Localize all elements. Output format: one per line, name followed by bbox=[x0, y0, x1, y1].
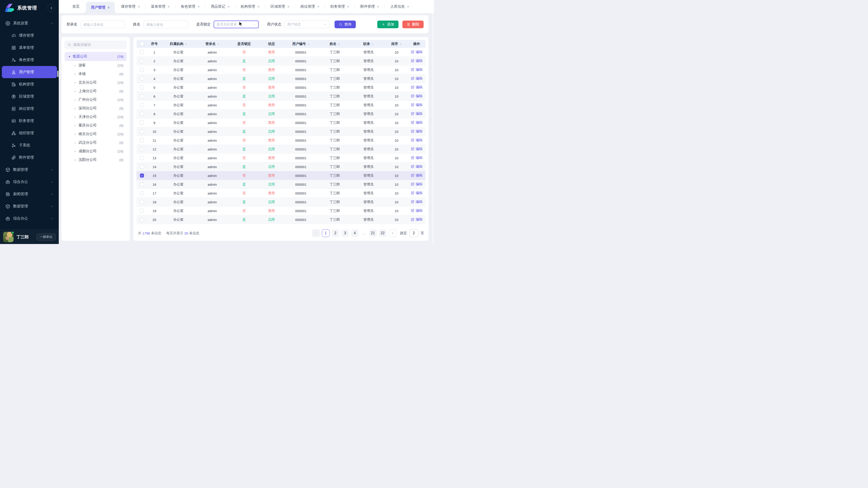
tab-close-icon[interactable]: × bbox=[168, 5, 170, 8]
tree-node-沈阳分公司[interactable]: ▹沈阳分公司(8) bbox=[65, 156, 127, 164]
row-checkbox[interactable] bbox=[140, 165, 144, 169]
table-row[interactable]: 20办公室admin是启用000001丁三郎管理员10编辑 bbox=[136, 215, 426, 224]
tab-菜单管理[interactable]: 菜单管理× bbox=[146, 0, 175, 13]
tab-首页[interactable]: 首页 bbox=[67, 0, 85, 13]
sidebar-group-系统设置[interactable]: 系统设置 bbox=[2, 17, 57, 29]
table-row[interactable]: 10办公室admin是启用000001丁三郎管理员10编辑 bbox=[136, 127, 426, 136]
tab-close-icon[interactable]: × bbox=[287, 5, 289, 8]
edit-button[interactable]: 编辑 bbox=[411, 111, 423, 116]
edit-button[interactable]: 编辑 bbox=[411, 103, 423, 107]
edit-button[interactable]: 编辑 bbox=[411, 173, 423, 177]
sidebar-item-子系统[interactable]: 子系统 bbox=[2, 139, 57, 151]
edit-button[interactable]: 编辑 bbox=[411, 138, 423, 142]
tree-node-南京分公司[interactable]: ▹南京分公司(29) bbox=[65, 130, 127, 138]
edit-button[interactable]: 编辑 bbox=[411, 59, 423, 63]
edit-button[interactable]: 编辑 bbox=[411, 68, 423, 72]
avatar[interactable] bbox=[3, 232, 13, 242]
tree-node-重庆分公司[interactable]: ▹重庆分公司(8) bbox=[65, 121, 127, 130]
tab-close-icon[interactable]: × bbox=[197, 5, 199, 8]
table-row[interactable]: 7办公室admin否禁用000001丁三郎管理员10编辑 bbox=[136, 101, 426, 109]
row-checkbox[interactable] bbox=[140, 103, 144, 107]
table-row[interactable]: 11办公室admin否禁用000001丁三郎管理员10编辑 bbox=[136, 136, 426, 145]
tab-close-icon[interactable]: × bbox=[257, 5, 259, 8]
edit-button[interactable]: 编辑 bbox=[411, 208, 423, 213]
filter-select-用户状态[interactable]: 用户状态 bbox=[284, 21, 330, 28]
sidebar-group-数据管理[interactable]: 数据管理 bbox=[2, 164, 57, 176]
select-all-checkbox[interactable] bbox=[140, 42, 144, 46]
page-button-4[interactable]: 4 bbox=[351, 229, 359, 237]
table-row[interactable]: 18办公室admin是启用000001丁三郎管理员10编辑 bbox=[136, 198, 426, 206]
column-header-职务[interactable]: 职务↑↓ bbox=[352, 42, 385, 46]
tree-node-上海分公司[interactable]: ▹上海分公司(8) bbox=[65, 87, 127, 95]
page-button-21[interactable]: 21 bbox=[369, 229, 377, 237]
prev-page-button[interactable] bbox=[312, 229, 320, 237]
row-checkbox[interactable] bbox=[140, 121, 144, 125]
row-checkbox[interactable] bbox=[140, 94, 144, 98]
sort-icon[interactable]: ↑↓ bbox=[399, 42, 402, 45]
tree-node-游客[interactable]: ▹游客(29) bbox=[65, 61, 127, 70]
sidebar-group-数据管理[interactable]: 数据管理 bbox=[2, 200, 57, 213]
tab-职务管理[interactable]: 职务管理× bbox=[325, 0, 355, 13]
sort-icon[interactable]: ↑↓ bbox=[217, 42, 219, 45]
edit-button[interactable]: 编辑 bbox=[411, 94, 423, 98]
edit-button[interactable]: 编辑 bbox=[411, 76, 423, 80]
edit-button[interactable]: 编辑 bbox=[411, 182, 423, 186]
sort-icon[interactable]: ↑↓ bbox=[338, 42, 340, 45]
table-row[interactable]: 13办公室admin否禁用000001丁三郎管理员10编辑 bbox=[136, 154, 426, 162]
row-checkbox[interactable]: ✓ bbox=[140, 173, 144, 177]
page-button-3[interactable]: 3 bbox=[341, 229, 349, 237]
table-row[interactable]: 16办公室admin是启用000001丁三郎管理员10编辑 bbox=[136, 180, 426, 189]
tree-search-input[interactable] bbox=[73, 43, 124, 47]
table-row[interactable]: 5办公室admin否禁用000001丁三郎管理员10编辑 bbox=[136, 83, 426, 92]
edit-button[interactable]: 编辑 bbox=[411, 156, 423, 160]
table-row[interactable]: 12办公室admin是启用000001丁三郎管理员10编辑 bbox=[136, 145, 426, 154]
page-button-1[interactable]: 1 bbox=[322, 229, 330, 237]
tree-node-root[interactable]: ▾ 集团公司 (79) bbox=[65, 52, 127, 61]
tree-node-天津分公司[interactable]: ▹天津分公司(29) bbox=[65, 112, 127, 121]
tree-node-本级[interactable]: ▹本级(8) bbox=[65, 70, 127, 78]
sidebar-item-职务管理[interactable]: 职务管理 bbox=[2, 115, 57, 127]
tab-close-icon[interactable]: × bbox=[377, 5, 379, 8]
tab-岗位管理[interactable]: 岗位管理× bbox=[295, 0, 324, 13]
table-row[interactable]: 19办公室admin否禁用000001丁三郎管理员10编辑 bbox=[136, 206, 426, 215]
row-checkbox[interactable] bbox=[140, 68, 144, 72]
edit-button[interactable]: 编辑 bbox=[411, 217, 423, 222]
filter-input-姓名[interactable] bbox=[143, 21, 188, 28]
tab-缓存管理[interactable]: 缓存管理× bbox=[116, 0, 145, 13]
page-jump-input[interactable] bbox=[409, 229, 418, 237]
edit-button[interactable]: 编辑 bbox=[411, 129, 423, 133]
table-row[interactable]: 6办公室admin是启用000001丁三郎管理员10编辑 bbox=[136, 92, 426, 101]
tab-close-icon[interactable]: × bbox=[317, 5, 319, 8]
row-checkbox[interactable] bbox=[140, 129, 144, 133]
edit-button[interactable]: 编辑 bbox=[411, 191, 423, 195]
edit-button[interactable]: 编辑 bbox=[411, 50, 423, 54]
sidebar-item-用户管理[interactable]: 用户管理 bbox=[2, 66, 57, 78]
sidebar-group-综合办公[interactable]: 综合办公 bbox=[2, 176, 57, 188]
edit-button[interactable]: 编辑 bbox=[411, 121, 423, 125]
sidebar-item-菜单管理[interactable]: 菜单管理 bbox=[2, 41, 57, 54]
table-row[interactable]: 4办公室admin是启用000001丁三郎管理员10编辑 bbox=[136, 74, 426, 83]
tab-机构管理[interactable]: 机构管理× bbox=[235, 0, 265, 13]
tab-用户管理[interactable]: 用户管理× bbox=[86, 2, 115, 13]
edit-button[interactable]: 编辑 bbox=[411, 85, 423, 90]
row-checkbox[interactable] bbox=[140, 200, 144, 204]
delete-button[interactable]: 删除 bbox=[402, 21, 424, 28]
filter-select-是否锁定[interactable]: 是否允许登录 bbox=[214, 21, 259, 28]
sidebar-group-新闻管理[interactable]: 新闻管理 bbox=[2, 188, 57, 200]
search-button[interactable]: 查询 bbox=[335, 21, 356, 28]
tab-close-icon[interactable]: × bbox=[407, 5, 409, 8]
column-header-用户编号[interactable]: 用户编号↑↓ bbox=[284, 42, 318, 46]
tree-node-深圳分公司[interactable]: ▹深圳分公司(8) bbox=[65, 104, 127, 112]
sidebar-scrollbar-thumb[interactable] bbox=[57, 71, 58, 77]
tab-close-icon[interactable]: × bbox=[138, 5, 140, 8]
row-checkbox[interactable] bbox=[140, 209, 144, 213]
sidebar-collapse-button[interactable] bbox=[48, 4, 55, 12]
tab-附件管理[interactable]: 附件管理× bbox=[355, 0, 384, 13]
page-button-2[interactable]: 2 bbox=[332, 229, 339, 237]
sidebar-item-附件管理[interactable]: 附件管理 bbox=[2, 151, 57, 164]
row-checkbox[interactable] bbox=[140, 182, 144, 186]
tab-区域管理[interactable]: 区域管理× bbox=[265, 0, 295, 13]
column-header-姓名[interactable]: 姓名↑↓ bbox=[318, 42, 352, 46]
row-checkbox[interactable] bbox=[140, 218, 144, 222]
tab-入库信息[interactable]: 入库信息× bbox=[385, 0, 414, 13]
